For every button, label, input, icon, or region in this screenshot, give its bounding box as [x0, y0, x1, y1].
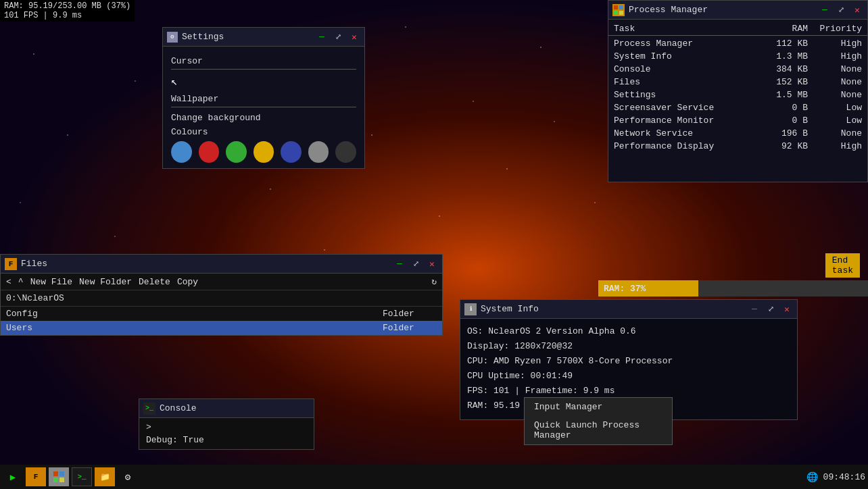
- process-priority: High: [815, 141, 862, 151]
- files-close-btn[interactable]: ✕: [426, 258, 438, 270]
- taskbar-play-btn[interactable]: ▶: [3, 467, 23, 486]
- files-path-text: 0:\NclearOS: [6, 293, 64, 303]
- taskbar-settings-btn[interactable]: ⚙: [118, 467, 138, 486]
- process-content: Task RAM Priority Process Manager 112 KB…: [608, 20, 867, 182]
- cursor-row: ↖: [171, 75, 356, 88]
- console-content: > Debug: True: [139, 418, 314, 449]
- files-minimize-btn[interactable]: —: [393, 258, 406, 270]
- taskbar-folder-btn[interactable]: 📁: [95, 467, 115, 486]
- files-new-folder-btn[interactable]: New Folder: [79, 277, 132, 287]
- console-debug-line: Debug: True: [146, 435, 307, 445]
- end-task-button[interactable]: End task: [825, 253, 860, 278]
- files-delete-btn[interactable]: Delete: [139, 277, 170, 287]
- svg-rect-3: [619, 11, 623, 15]
- settings-resize-btn[interactable]: ⤢: [332, 31, 344, 43]
- ram-bar-container: RAM: 37%: [598, 280, 868, 297]
- process-ram: 1.3 MB: [767, 51, 815, 61]
- files-titlebar: F Files — ⤢ ✕: [1, 255, 442, 274]
- settings-minimize-btn[interactable]: —: [316, 31, 328, 43]
- context-menu: Input ManagerQuick Launch Process Manage…: [524, 397, 673, 445]
- console-titlebar: >_ Console: [139, 399, 314, 418]
- colour-red[interactable]: [199, 141, 220, 163]
- files-up-btn[interactable]: ^: [18, 277, 24, 287]
- sysinfo-title-icon: ℹ: [464, 303, 477, 315]
- process-row[interactable]: Performance Monitor 0 B Low: [608, 114, 867, 127]
- process-task: System Info: [614, 51, 767, 61]
- colour-gray[interactable]: [308, 141, 329, 163]
- svg-rect-1: [619, 5, 623, 9]
- sysinfo-line: Display: 1280x720@32: [467, 339, 790, 354]
- sysinfo-close-btn[interactable]: ✕: [781, 303, 793, 315]
- colour-green[interactable]: [226, 141, 247, 163]
- process-row[interactable]: Process Manager 112 KB High: [608, 37, 867, 50]
- files-item-type: Folder: [383, 309, 437, 319]
- settings-title-icon: ⚙: [167, 32, 178, 43]
- process-row[interactable]: Network Service 196 B None: [608, 127, 867, 140]
- settings-title-text: Settings: [182, 32, 312, 42]
- sysinfo-line: CPU Uptime: 00:01:49: [467, 369, 790, 384]
- sysinfo-resize-btn[interactable]: ⤢: [765, 303, 777, 315]
- taskbar-files-btn[interactable]: F: [26, 467, 46, 486]
- process-manager-title-icon: [612, 4, 625, 16]
- context-menu-item[interactable]: Input Manager: [525, 398, 672, 416]
- files-item-type: Folder: [383, 323, 437, 333]
- files-toolbar: < ^ New File New Folder Delete Copy ↻: [1, 274, 442, 290]
- files-back-btn[interactable]: <: [6, 277, 11, 287]
- process-task: Screensaver Service: [614, 103, 767, 113]
- wallpaper-label: Wallpaper: [171, 94, 356, 104]
- process-row[interactable]: System Info 1.3 MB High: [608, 50, 867, 63]
- process-ram: 0 B: [767, 103, 815, 113]
- files-title-text: Files: [21, 259, 389, 269]
- process-ram: 152 KB: [767, 77, 815, 87]
- svg-rect-5: [59, 471, 64, 476]
- svg-rect-6: [53, 478, 58, 482]
- taskbar-globe-icon: 🌐: [806, 471, 818, 483]
- process-task: Performance Display: [614, 141, 767, 151]
- process-priority: Low: [815, 103, 862, 113]
- files-row[interactable]: Config Folder: [1, 307, 442, 321]
- process-ram: 92 KB: [767, 141, 815, 151]
- process-task: Files: [614, 77, 767, 87]
- process-row[interactable]: Performance Display 92 KB High: [608, 140, 867, 153]
- files-copy-btn[interactable]: Copy: [177, 277, 198, 287]
- files-window: F Files — ⤢ ✕ < ^ New File New Folder De…: [0, 254, 443, 336]
- sysinfo-minimize-btn[interactable]: —: [748, 303, 761, 315]
- process-row[interactable]: Files 152 KB None: [608, 76, 867, 88]
- process-manager-resize-btn[interactable]: ⤢: [835, 4, 847, 16]
- colour-circles: [171, 141, 356, 163]
- colour-navy[interactable]: [281, 141, 302, 163]
- settings-titlebar: ⚙ Settings — ⤢ ✕: [163, 28, 364, 47]
- files-resize-btn[interactable]: ⤢: [410, 258, 422, 270]
- sysinfo-line: OS: NclearOS 2 Version Alpha 0.6: [467, 324, 790, 339]
- files-new-file-btn[interactable]: New File: [30, 277, 72, 287]
- sysinfo-line: CPU: AMD Ryzen 7 5700X 8-Core Processor: [467, 354, 790, 369]
- taskbar-terminal-btn[interactable]: >_: [72, 467, 92, 486]
- sysinfo-titlebar: ℹ System Info — ⤢ ✕: [460, 300, 797, 319]
- files-refresh-btn[interactable]: ↻: [431, 276, 437, 287]
- colours-label: Colours: [171, 127, 356, 137]
- process-manager-minimize-btn[interactable]: —: [819, 4, 831, 16]
- colour-blue[interactable]: [171, 141, 192, 163]
- change-bg-label[interactable]: Change background: [171, 113, 356, 123]
- process-manager-window: Process Manager — ⤢ ✕ Task RAM Priority …: [608, 0, 868, 182]
- status-bar: RAM: 95.19/253.00 MB (37%) 101 FPS | 9.9…: [0, 0, 135, 22]
- taskbar-clock: 🌐 09:48:16: [806, 471, 865, 483]
- process-row[interactable]: Settings 1.5 MB None: [608, 88, 867, 101]
- files-row[interactable]: Users Folder: [1, 321, 442, 335]
- taskbar-process-btn[interactable]: [49, 467, 69, 486]
- settings-close-btn[interactable]: ✕: [348, 31, 360, 43]
- files-item-name: Users: [6, 323, 383, 333]
- context-menu-item[interactable]: Quick Launch Process Manager: [525, 416, 672, 444]
- cursor-divider: [171, 69, 356, 70]
- colour-yellow[interactable]: [254, 141, 274, 163]
- process-manager-close-btn[interactable]: ✕: [851, 4, 863, 16]
- process-task: Performance Monitor: [614, 115, 767, 126]
- process-row[interactable]: Console 384 KB None: [608, 63, 867, 76]
- process-task: Console: [614, 64, 767, 74]
- process-row[interactable]: Screensaver Service 0 B Low: [608, 101, 867, 114]
- process-ram: 112 KB: [767, 38, 815, 49]
- colour-black[interactable]: [335, 141, 356, 163]
- console-window: >_ Console > Debug: True: [139, 398, 314, 450]
- process-header-row: Task RAM Priority: [608, 22, 867, 36]
- svg-rect-7: [59, 478, 64, 482]
